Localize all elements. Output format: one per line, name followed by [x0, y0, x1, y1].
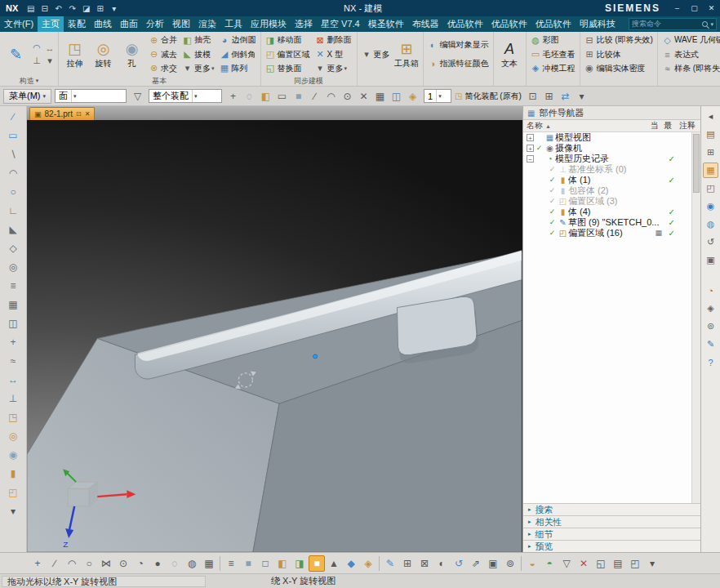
simplify-assembly-legacy-button[interactable]: ◳ 简化装配 (原有) — [455, 89, 522, 104]
intersect-button[interactable]: ⊗求交 — [146, 62, 180, 75]
expressions-button[interactable]: ≡表达式 — [660, 48, 720, 61]
spline-legacy-button[interactable]: ≈样条 (即将失效) — [660, 62, 720, 75]
text-button[interactable]: A 文本 — [496, 33, 524, 76]
tab-youpin-3[interactable]: 优品软件 — [531, 16, 576, 32]
sketch-constraint-button[interactable]: ⊥ — [30, 55, 43, 68]
panel-scrollbar[interactable] — [691, 132, 700, 503]
x-form-button[interactable]: ✕X 型 — [313, 48, 355, 61]
tree-item-body-4[interactable]: ✓ ▮ 体 (4) ✓ — [523, 207, 691, 217]
die-engineering-button[interactable]: ◈冲模工程 — [528, 62, 578, 75]
layer-settings-icon[interactable]: ▤ — [610, 555, 626, 572]
tree-item-offset-region-16[interactable]: ✓ ◰ 偏置区域 (16) ▦ ✓ — [523, 228, 691, 238]
move-face-button[interactable]: ◨移动面 — [263, 33, 313, 47]
snap-quadrant-icon[interactable]: ◔ — [132, 555, 149, 572]
visibility-check-icon[interactable]: ✓ — [547, 175, 558, 185]
draft-button[interactable]: ◣拔模 — [180, 48, 217, 61]
system-materials-icon[interactable]: ◈ — [703, 301, 718, 316]
replace-view-icon[interactable]: ◱ — [593, 555, 609, 572]
snap-intersection-icon[interactable]: ✕ — [356, 88, 371, 104]
snap-mid-point-icon[interactable]: ◠ — [64, 555, 80, 572]
snap-arc-center-icon[interactable]: ⊙ — [115, 555, 131, 572]
close-tab-icon[interactable]: ✕ — [85, 110, 91, 118]
chevron-down-icon[interactable]: ▾ — [71, 90, 77, 102]
more-options-icon[interactable]: ▾ — [574, 88, 589, 104]
minimize-button[interactable]: – — [669, 4, 686, 12]
tree-item-offset-region-3[interactable]: ✓ ◰ 偏置区域 (3) — [523, 196, 691, 207]
pattern-feature-button[interactable]: ▦阵列 — [217, 62, 259, 75]
type-filter-dropdown[interactable]: 面 ▾ — [55, 89, 127, 103]
app-menu-icon[interactable]: ▤ — [24, 4, 38, 13]
section-preview[interactable]: ▸ 预览 — [523, 540, 700, 552]
snap-point-on-face-icon[interactable]: ◍ — [184, 555, 200, 572]
filter-display-icon[interactable]: ▽ — [558, 555, 575, 572]
tree-item-cameras[interactable]: + ✓ ◉ 摄像机 — [523, 143, 691, 154]
rectangle-icon[interactable]: ▭ — [5, 127, 22, 144]
inside-outside-icon[interactable]: ▭ — [274, 88, 290, 104]
face-analysis-icon[interactable]: ◨ — [291, 555, 308, 572]
part-navigator-icon[interactable]: ▦ — [703, 163, 718, 178]
tree-item-bounding-body-2[interactable]: ✓ ▮ 包容体 (2) — [523, 185, 691, 196]
separator[interactable] — [521, 556, 522, 571]
edge-blend-button[interactable]: ◕边倒圆 — [217, 33, 259, 47]
profile-icon[interactable]: ∕ — [5, 108, 22, 125]
tab-render[interactable]: 渲染 — [194, 16, 220, 32]
section-search[interactable]: ▸ 搜索 — [523, 503, 700, 515]
tab-youpin-2[interactable]: 优品软件 — [487, 16, 531, 32]
pattern-display-icon[interactable]: ▲ — [326, 555, 342, 572]
arc-icon[interactable]: ◠ — [5, 164, 22, 181]
touch-mode-icon[interactable]: ⊚ — [703, 318, 718, 334]
column-name[interactable]: 名称 ▲ — [523, 120, 648, 131]
part-tab[interactable]: ▣ 82-1.prt ⊡ ✕ — [29, 107, 95, 120]
reuse-library-icon[interactable]: ◰ — [703, 180, 718, 196]
fit-view-icon[interactable]: ⊞ — [399, 555, 416, 572]
scrollbar-thumb[interactable] — [693, 134, 700, 193]
help-icon[interactable]: ? — [703, 354, 718, 370]
tab-surface[interactable]: 曲面 — [116, 16, 142, 32]
hd3d-tools-icon[interactable]: ◉ — [703, 198, 718, 214]
expander-icon[interactable]: + — [527, 134, 534, 141]
tab-curve[interactable]: 曲线 — [90, 16, 116, 32]
snap-bounded-grid-icon[interactable]: ▦ — [201, 555, 217, 572]
unite-button[interactable]: ⊕合并 — [146, 33, 180, 47]
pan-view-icon[interactable]: ⇄ — [558, 88, 573, 104]
tab-router[interactable]: 布线器 — [408, 16, 443, 32]
zoom-window-icon[interactable]: ⊞ — [541, 88, 557, 104]
rapid-dimension-icon[interactable]: ↔ — [5, 371, 22, 388]
group-label-sketch[interactable]: 构造▾ — [2, 76, 56, 86]
tools-more-button[interactable]: ▾ 更多 — [359, 48, 393, 61]
visibility-check-icon[interactable]: ✓ — [547, 217, 558, 228]
menu-list-icon[interactable]: ≡ — [223, 555, 239, 572]
sketch-dimension-button[interactable]: ↔ — [43, 42, 56, 55]
compare-button[interactable]: ⊟比较 (即将失效) — [582, 33, 656, 47]
tree-item-model-views[interactable]: + ▦ 模型视图 — [523, 132, 691, 143]
assembly-navigator-icon[interactable]: ▤ — [703, 127, 718, 142]
datum-plane-icon[interactable]: ◰ — [5, 483, 22, 501]
chevron-down-icon[interactable]: ▾ — [192, 90, 198, 102]
move-component-icon[interactable]: ◈ — [405, 88, 420, 104]
revolve-button[interactable]: ◎ 旋转 — [89, 33, 118, 76]
snap-existing-point-icon[interactable]: ● — [149, 555, 166, 572]
more-button[interactable]: ▾更多▾ — [180, 62, 217, 75]
toolbox-button[interactable]: ⊞ 工具箱 — [393, 33, 421, 76]
select-lasso-icon[interactable]: ◌ — [242, 88, 257, 104]
tab-tools[interactable]: 工具 — [220, 16, 247, 32]
pattern-curve-icon[interactable]: ▦ — [5, 296, 22, 313]
subtract-button[interactable]: ⊖减去 — [146, 48, 180, 61]
chamfer-icon[interactable]: ◣ — [5, 220, 22, 238]
quick-access-dropdown-icon[interactable]: ▾ — [107, 4, 121, 13]
window-icon[interactable]: ⊞ — [93, 4, 107, 13]
shaded-with-edges-icon[interactable]: ■ — [240, 555, 256, 572]
revolve-side-icon[interactable]: ◎ — [5, 427, 22, 444]
visibility-check-icon[interactable]: ✓ — [547, 164, 558, 175]
material-display-icon[interactable]: ◈ — [360, 555, 376, 572]
visibility-check-icon[interactable]: ✓ — [547, 196, 558, 207]
tab-youpin-1[interactable]: 优品软件 — [443, 16, 487, 32]
web-browser-icon[interactable]: ◍ — [703, 216, 718, 232]
wave-geometry-linker-button[interactable]: ◇WAVE 几何链接器 — [660, 33, 720, 47]
circle-icon[interactable]: ○ — [5, 183, 22, 200]
maximize-button[interactable]: ▢ — [686, 4, 703, 12]
sync-more-button[interactable]: ▾更多▾ — [313, 62, 355, 75]
float-window-icon[interactable]: ⊡ — [76, 110, 82, 118]
snap-grid-point-icon[interactable]: ▦ — [372, 88, 388, 104]
point-icon[interactable]: + — [5, 333, 22, 350]
